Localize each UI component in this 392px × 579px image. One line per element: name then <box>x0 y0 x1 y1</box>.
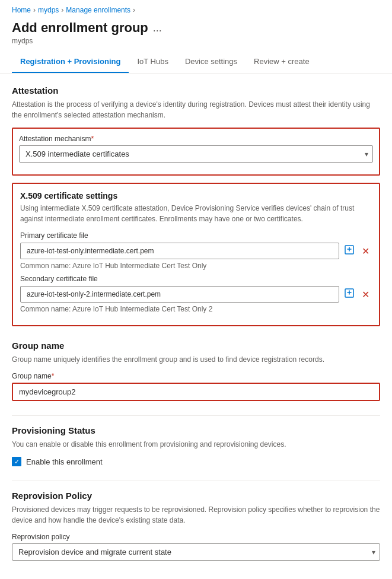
primary-cert-common-name: Common name: Azure IoT Hub Intermediate … <box>20 262 372 270</box>
attestation-mechanism-label: Attestation mechanism* <box>19 135 373 143</box>
tab-registration-provisioning[interactable]: Registration + Provisioning <box>12 51 129 73</box>
attestation-section: Attestation Attestation is the process o… <box>12 85 380 326</box>
breadcrumb: Home › mydps › Manage enrollments › <box>0 0 392 18</box>
cert-settings-title: X.509 certificate settings <box>20 191 372 201</box>
options-menu-button[interactable]: ... <box>153 22 162 34</box>
breadcrumb-home[interactable]: Home <box>12 6 31 14</box>
secondary-cert-upload-icon[interactable] <box>342 285 357 303</box>
checkbox-checkmark-icon: ✓ <box>14 459 20 465</box>
cert-settings-description: Using intermediate X.509 certificate att… <box>20 203 372 224</box>
attestation-mechanism-box: Attestation mechanism* X.509 intermediat… <box>12 128 380 176</box>
enable-enrollment-checkbox[interactable]: ✓ <box>12 457 21 466</box>
page-header: Add enrollment group ... mydps <box>0 18 392 51</box>
primary-cert-upload-icon[interactable] <box>342 242 357 260</box>
group-name-input[interactable] <box>19 387 373 396</box>
main-content: Attestation Attestation is the process o… <box>0 74 392 579</box>
breadcrumb-mydps[interactable]: mydps <box>38 6 59 14</box>
group-name-title: Group name <box>12 341 380 351</box>
primary-cert-delete-icon[interactable]: ✕ <box>359 243 372 259</box>
group-name-description: Group name uniquely identifies the enrol… <box>12 354 380 365</box>
enable-enrollment-row: ✓ Enable this enrollment <box>12 457 380 466</box>
group-name-section: Group name Group name uniquely identifie… <box>12 341 380 401</box>
reprovision-policy-select[interactable]: Reprovision device and migrate current s… <box>12 543 380 561</box>
page-subtitle: mydps <box>12 37 380 45</box>
secondary-cert-label: Secondary certificate file <box>20 275 372 283</box>
tab-iot-hubs[interactable]: IoT Hubs <box>129 51 177 73</box>
provisioning-status-section: Provisioning Status You can enable or di… <box>12 425 380 466</box>
provisioning-status-description: You can enable or disable this enrollmen… <box>12 439 380 450</box>
attestation-mechanism-field: Attestation mechanism* X.509 intermediat… <box>19 135 373 163</box>
secondary-cert-input[interactable] <box>20 286 339 303</box>
attestation-mechanism-select-wrapper: X.509 intermediate certificatesSymmetric… <box>19 145 373 163</box>
attestation-title: Attestation <box>12 85 380 96</box>
secondary-cert-input-row: ✕ <box>20 285 372 303</box>
reprovision-policy-title: Reprovision Policy <box>12 491 380 501</box>
tab-device-settings[interactable]: Device settings <box>177 51 246 73</box>
reprovision-policy-section: Reprovision Policy Provisioned devices m… <box>12 491 380 561</box>
group-name-input-box <box>12 383 380 401</box>
reprovision-policy-select-wrapper: Reprovision device and migrate current s… <box>12 543 380 561</box>
tab-review-create[interactable]: Review + create <box>246 51 318 73</box>
divider-2 <box>12 481 380 481</box>
primary-cert-label: Primary certificate file <box>20 231 372 240</box>
secondary-cert-delete-icon[interactable]: ✕ <box>359 287 372 303</box>
reprovision-policy-field-label: Reprovision policy <box>12 533 380 541</box>
divider-1 <box>12 415 380 416</box>
attestation-mechanism-select[interactable]: X.509 intermediate certificatesSymmetric… <box>19 145 373 163</box>
secondary-cert-common-name: Common name: Azure IoT Hub Intermediate … <box>20 305 372 313</box>
reprovision-policy-description: Provisioned devices may trigger requests… <box>12 504 380 526</box>
primary-cert-input-row: ✕ <box>20 242 372 260</box>
enable-enrollment-label: Enable this enrollment <box>26 457 103 466</box>
provisioning-status-title: Provisioning Status <box>12 425 380 435</box>
primary-cert-input[interactable] <box>20 243 339 259</box>
primary-cert-field: Primary certificate file ✕ Common name: … <box>20 231 372 270</box>
secondary-cert-field: Secondary certificate file ✕ Common name… <box>20 275 372 313</box>
attestation-description: Attestation is the process of verifying … <box>12 99 380 120</box>
certificate-settings-box: X.509 certificate settings Using interme… <box>12 183 380 326</box>
group-name-field-label: Group name* <box>12 372 380 380</box>
page-title: Add enrollment group <box>12 20 148 36</box>
tab-bar: Registration + Provisioning IoT Hubs Dev… <box>0 51 392 74</box>
breadcrumb-manage-enrollments[interactable]: Manage enrollments <box>66 6 130 14</box>
